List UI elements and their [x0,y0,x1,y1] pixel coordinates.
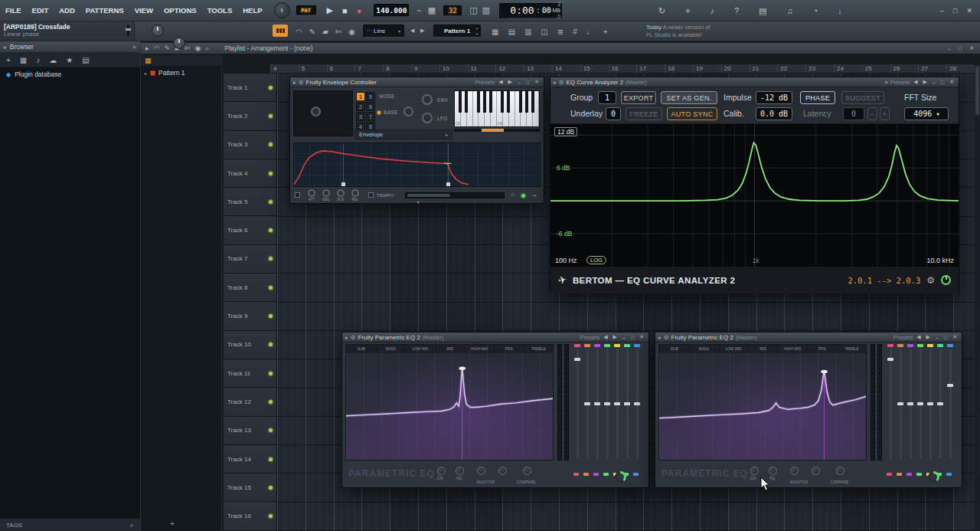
underlay-value[interactable]: 0 [606,107,621,120]
playlist-maximize-button[interactable]: □ [957,46,963,51]
band-token-small[interactable] [583,473,589,476]
band-gain-slider[interactable] [633,344,641,461]
download-icon[interactable]: ↓ [838,6,842,15]
menu-tools[interactable]: TOOLS [202,6,238,15]
track-header[interactable]: Track 11 [224,359,276,388]
latency-minus-button[interactable]: – [867,107,877,120]
hq-button[interactable] [769,467,777,475]
analyzer-settings-icon[interactable]: ⚙ [926,275,935,286]
window-menu-icon[interactable]: ▸ [293,79,296,86]
playlist-close-button[interactable]: ✕ [968,45,975,51]
menu-patterns[interactable]: PATTERNS [80,6,129,15]
slider-handle[interactable] [574,358,580,361]
band-token[interactable] [614,344,620,347]
band-token[interactable] [897,344,903,347]
band-token-small[interactable] [603,473,609,476]
band-token[interactable] [937,344,943,347]
tempo-display[interactable]: 140.000 [374,4,409,17]
track-header[interactable]: Track 7 [224,245,276,274]
envelope-marker[interactable] [448,143,449,186]
close-button[interactable]: ✕ [533,79,541,85]
preset-next-button[interactable]: ▶ [507,79,514,85]
band-label[interactable]: PRS [494,345,524,353]
band-token[interactable] [634,344,640,347]
peq-titlebar[interactable]: ▸ ⚙ Fruity Parametric EQ 2 (Master) Pres… [655,333,962,343]
loop-icon[interactable]: ▥ [482,5,490,15]
track-header[interactable]: Track 14 [224,445,276,474]
band-gain-slider[interactable] [897,344,904,461]
main-pitch-knob[interactable] [173,37,185,49]
track-mute-led[interactable] [269,372,273,375]
preset-prev-button[interactable]: ◀ [915,334,922,340]
set-as-gen-button[interactable]: SET AS GEN. [661,91,717,104]
env-rel-knob[interactable] [351,189,359,197]
base-knob[interactable] [403,107,413,116]
env-slot-1[interactable]: 1 [356,92,365,101]
track-mute-led[interactable] [269,257,273,261]
sync-icon[interactable]: ↻ [658,6,665,16]
slice-icon[interactable]: ✄ [185,44,191,52]
slider-handle[interactable] [927,402,933,405]
browser-header[interactable]: ▸ Browser ≡ [0,41,140,53]
track-mute-led[interactable] [269,200,273,204]
band-gain-slider[interactable] [906,344,914,461]
zoom-icon[interactable]: ⌕ [205,44,209,53]
track-mute-led[interactable] [269,400,273,404]
app-maximize-button[interactable]: □ [949,7,962,15]
slider-handle[interactable] [604,402,610,405]
track-header[interactable]: Track 6 [224,216,276,244]
monitor-knob[interactable] [790,467,799,475]
monitor-knob-2[interactable] [812,467,820,475]
pencil-icon[interactable]: ✎ [164,44,170,52]
track-header[interactable]: Track 12 [224,388,276,416]
mic-icon[interactable]: ♪ [710,6,714,15]
tags-bar[interactable]: TAGS ⌕ [0,518,140,531]
band-token[interactable] [927,344,933,347]
window-menu-icon[interactable]: ▸ [658,334,662,341]
track-mute-led[interactable] [269,343,273,346]
cloud-icon[interactable]: ☁ [49,56,57,64]
piano-black-key[interactable] [459,91,462,113]
playlist-header[interactable]: ▸◠✎▰✄◉⌕ Playlist - Arrangement - (none) … [141,43,980,54]
peq-display[interactable]: SUBBASSLOW MIDMIDHIGH MIDPRSTREBLE [658,344,867,461]
envelope-section-selector[interactable]: Envelope ▸ [354,129,452,139]
band-gain-slider[interactable] [916,344,924,461]
lin-phase-button[interactable] [437,467,446,475]
calib-value[interactable]: 0.0 dB [756,107,792,120]
band-token[interactable] [594,344,600,347]
track-header[interactable]: Track 9 [224,302,276,330]
track-header[interactable]: Track 1 [224,74,276,102]
record-button[interactable]: ● [352,6,367,15]
pattern-selector[interactable]: Pattern 1 ▲ ▼ [433,25,481,38]
piano-scroll-thumb[interactable] [482,129,504,132]
band-token[interactable] [584,344,590,347]
pattern-next-button[interactable]: ▶ [420,28,424,34]
slider-handle[interactable] [947,384,953,387]
band-label[interactable]: LOW MID [405,345,435,353]
slider-handle[interactable] [897,402,903,405]
log-toggle[interactable]: LOG [586,256,606,264]
band-token[interactable] [574,344,580,347]
track-header[interactable]: Track 3 [224,131,276,159]
pattern-song-switch[interactable]: PAT [296,5,316,15]
favorites-icon[interactable]: ★ [66,56,73,64]
slider-handle[interactable] [584,402,590,405]
channel-display-panel[interactable]: [ARP0189] Crossfade Linear phase [0,21,135,41]
menu-help[interactable]: HELP [237,6,267,15]
monitor-knob-2[interactable] [498,467,507,475]
track-header[interactable]: Track 8 [224,274,276,302]
picker-item-pattern1[interactable]: ▸ Pattern 1 [141,67,221,79]
band-gain-slider[interactable] [936,344,944,461]
slider-handle[interactable] [614,402,620,405]
piano-black-key[interactable] [531,91,534,113]
picker-grid-icon[interactable]: ▦ [145,57,152,64]
typing-keyboard-button[interactable] [273,25,288,37]
track-mute-led[interactable] [269,457,273,461]
preset-next-button[interactable]: ▶ [612,334,619,340]
close-button[interactable]: ✕ [948,79,956,85]
track-mute-led[interactable] [269,86,273,90]
env-slot-6[interactable]: 6 [366,102,375,111]
pause-button[interactable]: ‖ [274,2,290,18]
track-header[interactable]: Track 13 [224,417,276,445]
track-mute-led[interactable] [269,286,273,290]
